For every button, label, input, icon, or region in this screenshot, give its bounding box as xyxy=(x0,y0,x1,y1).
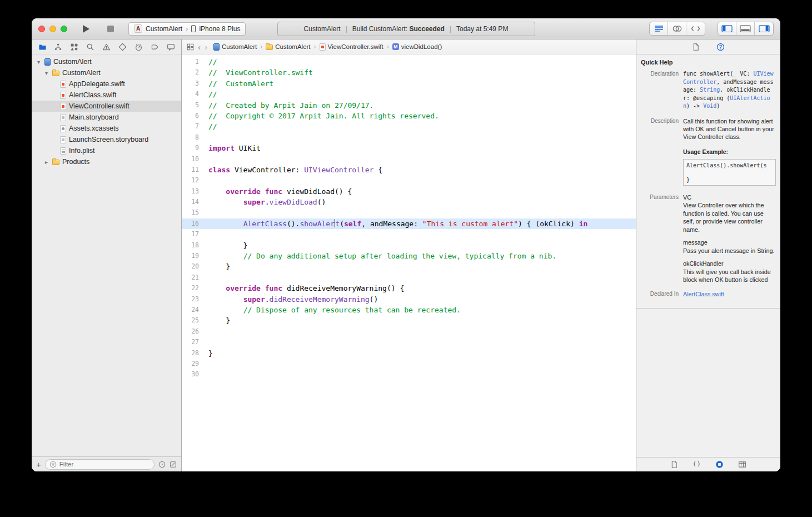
code-line-23[interactable]: 23 super.didReceiveMemoryWarning() xyxy=(182,294,636,305)
code-line-22[interactable]: 22 override func didReceiveMemoryWarning… xyxy=(182,283,636,294)
code-line-2[interactable]: 2// ViewController.swift xyxy=(182,67,636,78)
add-button[interactable]: + xyxy=(36,460,41,469)
object-library-tab[interactable] xyxy=(715,460,724,469)
line-number: 30 xyxy=(182,369,199,380)
disclosure-closed-icon[interactable]: ▸ xyxy=(43,159,49,165)
tests-navigator-tab[interactable] xyxy=(117,42,127,52)
status-time: Today at 5:49 PM xyxy=(456,25,508,33)
file-template-library-tab[interactable] xyxy=(670,460,678,469)
code-line-7[interactable]: 7// xyxy=(182,121,636,132)
code-line-6[interactable]: 6// Copyright © 2017 Arpit Jain. All rig… xyxy=(182,111,636,121)
storyboard-file-icon xyxy=(60,136,66,143)
code-line-14[interactable]: 14 super.viewDidLoad() xyxy=(182,197,636,207)
standard-editor-button[interactable] xyxy=(650,22,668,35)
tree-item-appdelegate-swift[interactable]: AppDelegate.swift xyxy=(32,78,181,90)
source-control-navigator-tab[interactable] xyxy=(53,42,63,52)
breakpoints-navigator-tab[interactable] xyxy=(150,42,160,52)
parameters-label: Parameters xyxy=(641,193,683,284)
code-line-28[interactable]: 28} xyxy=(182,348,636,359)
code-line-20[interactable]: 20 } xyxy=(182,261,636,272)
type-link[interactable]: Void xyxy=(703,103,716,109)
debug-navigator-tab[interactable] xyxy=(133,42,143,52)
breadcrumb-item[interactable]: CustomAlert xyxy=(266,43,310,50)
code-line-30[interactable]: 30 xyxy=(182,369,636,380)
tree-item-customalert[interactable]: ▾CustomAlert xyxy=(32,56,181,67)
zoom-button[interactable] xyxy=(61,26,67,32)
back-button[interactable]: ‹ xyxy=(198,43,201,51)
breadcrumb-item[interactable]: ViewController.swift xyxy=(320,43,383,51)
minimize-button[interactable] xyxy=(49,26,56,32)
code-line-10[interactable]: 10 xyxy=(182,154,636,165)
filter-input[interactable] xyxy=(59,461,150,468)
code-line-29[interactable]: 29 xyxy=(182,359,636,369)
debug-panel-toggle[interactable] xyxy=(736,22,755,35)
code-area[interactable]: 1//2// ViewController.swift3// CustomAle… xyxy=(182,54,636,471)
scheme-selector[interactable]: A CustomAlert › iPhone 8 Plus xyxy=(128,22,246,36)
swift-file-icon xyxy=(60,92,66,99)
code-line-16[interactable]: 16 AlertClass().showAlert(self, andMessa… xyxy=(182,218,636,229)
tree-item-customalert[interactable]: ▾CustomAlert xyxy=(32,67,181,78)
related-items-icon[interactable] xyxy=(187,43,194,51)
stop-button[interactable] xyxy=(107,26,114,32)
disclosure-open-icon[interactable]: ▾ xyxy=(43,70,49,76)
tree-item-main-storyboard[interactable]: Main.storyboard xyxy=(32,112,181,123)
tree-item-launchscreen-storyboard[interactable]: LaunchScreen.storyboard xyxy=(32,134,181,145)
code-line-17[interactable]: 17 xyxy=(182,229,636,240)
snippet-library-tab[interactable] xyxy=(693,460,701,469)
tree-item-alertclass-swift[interactable]: AlertClass.swift xyxy=(32,90,181,101)
code-line-13[interactable]: 13 override func viewDidLoad() { xyxy=(182,186,636,197)
media-library-tab[interactable] xyxy=(738,460,746,469)
code-line-4[interactable]: 4// xyxy=(182,89,636,100)
code-text: // Copyright © 2017 Arpit Jain. All righ… xyxy=(199,111,439,121)
description-label: Description xyxy=(641,117,683,186)
code-line-5[interactable]: 5// Created by Arpit Jain on 27/09/17. xyxy=(182,100,636,111)
project-navigator-tab[interactable] xyxy=(37,42,47,52)
run-button[interactable] xyxy=(83,25,89,33)
forward-button[interactable]: › xyxy=(205,43,207,51)
filter-field[interactable] xyxy=(45,459,155,470)
inspector-panel-toggle[interactable] xyxy=(755,22,773,35)
line-number: 3 xyxy=(182,78,199,89)
code-line-15[interactable]: 15 xyxy=(182,207,636,218)
reports-navigator-tab[interactable] xyxy=(166,42,176,52)
toolbar: A CustomAlert › iPhone 8 Plus CustomAler… xyxy=(32,18,780,39)
tree-item-viewcontroller-swift[interactable]: ViewController.swift xyxy=(32,101,181,112)
tree-item-products[interactable]: ▸Products xyxy=(32,156,181,167)
close-button[interactable] xyxy=(38,26,45,32)
declared-in-link[interactable]: AlertClass.swift xyxy=(683,291,724,297)
code-line-19[interactable]: 19 // Do any additional setup after load… xyxy=(182,251,636,261)
code-line-21[interactable]: 21 xyxy=(182,272,636,283)
navigator-panel-toggle[interactable] xyxy=(718,22,736,35)
find-navigator-tab[interactable] xyxy=(86,42,96,52)
code-line-8[interactable]: 8 xyxy=(182,132,636,143)
tree-item-info-plist[interactable]: Info.plist xyxy=(32,145,181,156)
file-inspector-tab[interactable] xyxy=(692,43,700,51)
code-line-12[interactable]: 12 xyxy=(182,175,636,186)
disclosure-open-icon[interactable]: ▾ xyxy=(36,59,42,65)
assistant-editor-button[interactable] xyxy=(668,22,686,35)
code-line-3[interactable]: 3// CustomAlert xyxy=(182,78,636,89)
type-link[interactable]: String xyxy=(700,87,720,93)
version-editor-button[interactable] xyxy=(686,22,705,35)
breadcrumb-item[interactable]: CustomAlert xyxy=(213,43,257,51)
code-line-9[interactable]: 9import UIKit xyxy=(182,143,636,153)
source-control-status-icon[interactable] xyxy=(170,461,177,468)
symbols-navigator-tab[interactable] xyxy=(69,42,79,52)
swift-file-icon xyxy=(60,103,66,110)
line-number: 26 xyxy=(182,326,199,337)
device-label: iPhone 8 Plus xyxy=(199,25,240,33)
parameter-name: message xyxy=(683,238,776,246)
code-line-18[interactable]: 18 } xyxy=(182,240,636,251)
code-line-24[interactable]: 24 // Dispose of any resources that can … xyxy=(182,305,636,315)
code-line-26[interactable]: 26 xyxy=(182,326,636,337)
code-line-25[interactable]: 25 } xyxy=(182,315,636,326)
code-line-11[interactable]: 11class ViewController: UIViewController… xyxy=(182,165,636,175)
tree-item-assets-xcassets[interactable]: Assets.xcassets xyxy=(32,123,181,134)
issues-navigator-tab[interactable] xyxy=(102,42,112,52)
code-line-27[interactable]: 27 xyxy=(182,337,636,347)
code-line-1[interactable]: 1// xyxy=(182,57,636,67)
quick-help-tab[interactable] xyxy=(716,43,725,51)
recent-files-icon[interactable] xyxy=(158,461,166,468)
breadcrumb-item[interactable]: viewDidLoad() xyxy=(392,43,442,50)
line-number: 2 xyxy=(182,67,199,78)
